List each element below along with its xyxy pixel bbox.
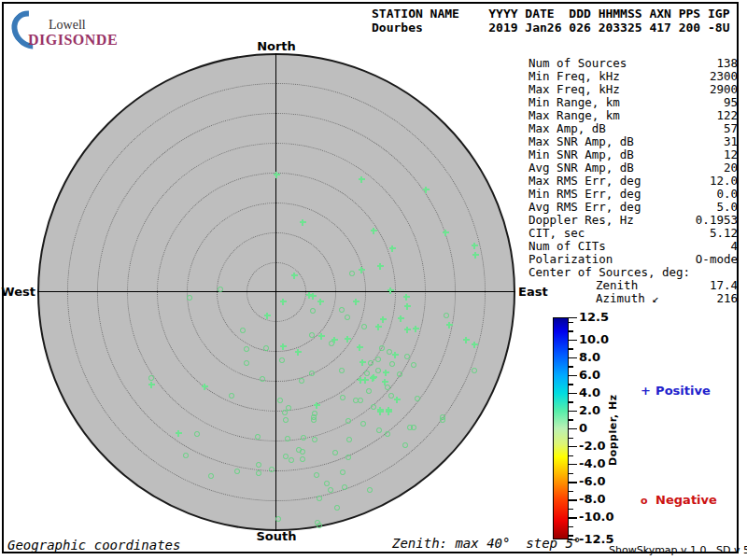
source-marker [309, 332, 315, 338]
source-marker [229, 393, 234, 399]
stat-label: Num of Sources [529, 57, 627, 70]
source-marker [256, 470, 261, 476]
source-marker [314, 402, 320, 409]
source-marker [282, 410, 288, 415]
stat-value: 216 [716, 292, 738, 305]
source-marker [208, 473, 214, 479]
stat-label: Min RMS Err, deg [529, 188, 641, 201]
source-marker [280, 343, 287, 350]
compass-west-label: West [0, 285, 35, 299]
source-marker [398, 315, 404, 322]
colorbar-tick-label: 2.0 [579, 403, 600, 417]
source-marker [346, 437, 352, 442]
colorbar-minor-tick [569, 330, 573, 331]
colorbar-major-tick [569, 375, 577, 376]
source-marker [317, 299, 324, 305]
source-marker [446, 322, 453, 329]
colorbar-tick-label: -6.0 [579, 474, 605, 488]
source-marker [415, 396, 420, 401]
source-marker [260, 376, 265, 382]
stat-value: 0.1953 [696, 214, 738, 227]
source-marker [264, 313, 271, 319]
source-marker [280, 299, 287, 305]
colorbar-minor-tick [569, 473, 573, 474]
stat-row: PolarizationO-mode [529, 253, 738, 266]
colorbar-minor-tick [569, 401, 573, 402]
colorbar-minor-tick [569, 509, 573, 510]
source-marker [386, 409, 392, 415]
zenith-ring [67, 83, 486, 501]
source-marker [244, 346, 249, 352]
source-marker [357, 344, 363, 351]
stat-value: 12.0 [710, 175, 738, 188]
source-marker [362, 377, 369, 384]
colorbar-tick-label: -4.0 [579, 456, 605, 470]
source-marker [367, 487, 373, 493]
source-marker [403, 294, 410, 301]
west-east-axis [37, 291, 515, 292]
source-marker [359, 267, 365, 273]
stat-row: Max Amp, dB57 [529, 122, 738, 135]
stat-value: 5.12 [710, 227, 738, 240]
stat-value: O-mode [696, 253, 738, 266]
stat-row: Max SNR Amp, dB31 [529, 135, 738, 148]
colorbar-major-tick [569, 499, 577, 500]
source-marker [375, 357, 381, 362]
stat-label: Max Freq, kHz [529, 83, 620, 96]
colorbar-tick-label: 4.0 [579, 385, 600, 399]
source-marker [440, 417, 445, 423]
stat-label: Max RMS Err, deg [529, 175, 641, 188]
colorbar-minor-tick [569, 384, 573, 385]
source-marker [312, 437, 317, 442]
colorbar-major-tick [569, 446, 577, 447]
station-header-labels: STATION NAME YYYY DATE DDD HHMMSS AXN PP… [372, 7, 730, 21]
stat-row: Min SNR Amp, dB12 [529, 148, 738, 161]
source-marker [309, 371, 315, 376]
skymap-plot [37, 53, 515, 531]
stat-value: 2300 [710, 70, 738, 83]
source-marker [310, 308, 316, 314]
colorbar-minor-tick [569, 348, 573, 349]
colorbar-major-tick [569, 517, 577, 518]
source-marker [389, 245, 396, 252]
station-header-values: Dourbes 2019 Jan26 026 203325 417 200 -8… [372, 21, 730, 35]
colorbar-minor-tick [569, 322, 573, 323]
stat-label: Max SNR Amp, dB [529, 135, 634, 148]
source-marker [314, 472, 319, 478]
source-marker [371, 404, 376, 410]
source-marker [202, 384, 208, 390]
source-marker [194, 431, 200, 437]
source-marker [234, 469, 240, 474]
source-marker [472, 342, 478, 348]
colorbar-minor-tick [569, 366, 573, 367]
source-marker [340, 469, 345, 475]
zenith-scale-label: Zenith: max 40° step 5° [392, 536, 581, 551]
stat-label: Center of Sources, deg: [529, 266, 690, 279]
software-version-label: ShowSkymap v 1.0 SD v 5.1 [609, 544, 747, 556]
colorbar-tick-label: 8.0 [579, 350, 600, 364]
stat-value: 12 [724, 148, 738, 161]
source-marker [299, 378, 304, 384]
source-marker [377, 263, 384, 270]
source-marker [472, 368, 477, 373]
stat-row: Zenith17.4 [529, 279, 738, 292]
source-marker [358, 398, 363, 403]
source-marker [148, 382, 155, 388]
stat-row: Azimuth ↙216 [529, 292, 738, 305]
colorbar-major-tick [569, 464, 577, 465]
colorbar-minor-tick [569, 419, 573, 420]
station-header: STATION NAME YYYY DATE DDD HHMMSS AXN PP… [372, 7, 730, 35]
source-marker [345, 455, 351, 460]
source-marker [148, 375, 154, 381]
source-marker [368, 360, 374, 366]
source-marker [285, 436, 290, 441]
source-marker [317, 496, 322, 501]
stat-value: 4 [730, 240, 738, 253]
stat-label: Zenith [529, 279, 638, 292]
source-marker [404, 303, 411, 310]
source-marker [300, 219, 306, 226]
source-marker [411, 425, 416, 430]
source-marker [389, 361, 395, 367]
doppler-axis-label: Doppler, Hz [607, 379, 622, 482]
circle-marker-icon: o [641, 495, 655, 507]
